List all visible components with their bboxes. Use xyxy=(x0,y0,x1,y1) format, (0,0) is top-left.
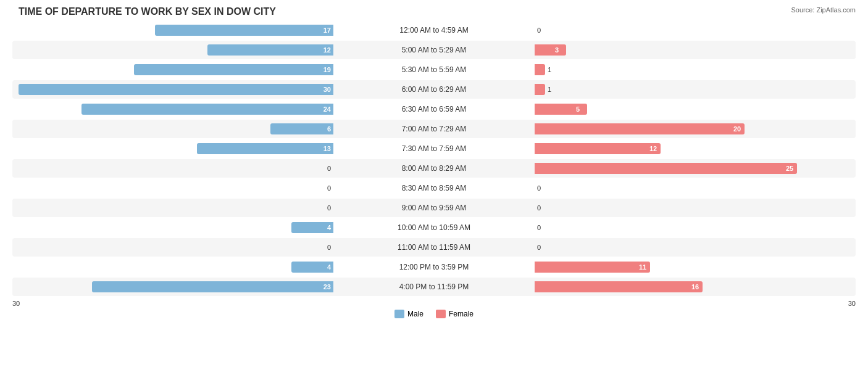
left-section: 12 xyxy=(12,41,333,59)
bar-male xyxy=(134,64,333,75)
right-section: 0 xyxy=(535,238,856,257)
right-section: 0 xyxy=(535,199,856,217)
value-male: 6 xyxy=(327,125,331,133)
right-section: 11 xyxy=(535,258,856,276)
bar-male xyxy=(19,84,333,95)
time-label: 9:00 AM to 9:59 AM xyxy=(333,204,535,212)
value-female: 1 xyxy=(548,66,551,73)
bar-row: 67:00 AM to 7:29 AM20 xyxy=(12,120,856,138)
source-label: Source: ZipAtlas.com xyxy=(791,6,856,14)
left-section: 4 xyxy=(12,218,333,237)
bar-row: 306:00 AM to 6:29 AM1 xyxy=(12,80,856,99)
left-section: 17 xyxy=(12,21,333,39)
value-male: 4 xyxy=(327,263,331,271)
right-section: 5 xyxy=(535,100,856,118)
value-female-zero: 0 xyxy=(537,244,541,251)
left-section: 4 xyxy=(12,258,333,276)
bar-male xyxy=(197,143,333,154)
legend-male-color xyxy=(394,310,404,318)
time-label: 12:00 AM to 4:59 AM xyxy=(333,26,535,35)
value-male: 23 xyxy=(323,283,331,291)
time-label: 4:00 PM to 11:59 PM xyxy=(333,282,535,291)
bar-row: 234:00 PM to 11:59 PM16 xyxy=(12,278,856,296)
bar-row: 125:00 AM to 5:29 AM3 xyxy=(12,41,856,59)
time-label: 6:00 AM to 6:29 AM xyxy=(333,85,535,94)
legend: Male Female xyxy=(12,310,856,318)
bar-male xyxy=(92,281,333,292)
value-male: 12 xyxy=(323,46,331,54)
value-female: 1 xyxy=(548,86,551,93)
bar-row: 246:30 AM to 6:59 AM5 xyxy=(12,100,856,118)
bar-female xyxy=(535,123,745,134)
left-section: 24 xyxy=(12,100,333,118)
legend-male-label: Male xyxy=(407,310,424,318)
bar-row: 410:00 AM to 10:59 AM0 xyxy=(12,218,856,237)
bar-female xyxy=(535,64,545,75)
value-female-zero: 0 xyxy=(537,184,541,192)
bar-male xyxy=(155,25,333,36)
value-male-zero: 0 xyxy=(327,204,331,212)
right-section: 20 xyxy=(535,120,856,138)
right-section: 3 xyxy=(535,41,856,59)
time-label: 6:30 AM to 6:59 AM xyxy=(333,105,535,113)
right-section: 25 xyxy=(535,159,856,178)
time-label: 11:00 AM to 11:59 AM xyxy=(333,243,535,252)
axis-left-label: 30 xyxy=(12,300,336,307)
time-label: 10:00 AM to 10:59 AM xyxy=(333,223,535,232)
value-female-zero: 0 xyxy=(537,27,541,34)
value-female: 3 xyxy=(555,46,559,54)
time-label: 5:30 AM to 5:59 AM xyxy=(333,65,535,74)
value-female: 20 xyxy=(733,125,741,133)
bar-female xyxy=(535,143,661,154)
value-female: 11 xyxy=(639,263,646,271)
bar-row: 195:30 AM to 5:59 AM1 xyxy=(12,60,856,79)
right-section: 0 xyxy=(535,21,856,39)
time-label: 8:00 AM to 8:29 AM xyxy=(333,164,535,173)
time-label: 7:00 AM to 7:29 AM xyxy=(333,125,535,133)
bar-row: 011:00 AM to 11:59 AM0 xyxy=(12,238,856,257)
left-section: 0 xyxy=(12,199,333,217)
chart-area: 1712:00 AM to 4:59 AM0125:00 AM to 5:29 … xyxy=(12,21,856,296)
left-section: 0 xyxy=(12,238,333,257)
left-section: 6 xyxy=(12,120,333,138)
value-male: 4 xyxy=(327,224,331,231)
bar-male xyxy=(270,123,333,134)
bar-row: 08:00 AM to 8:29 AM25 xyxy=(12,159,856,178)
bar-male xyxy=(81,104,333,115)
axis-right-label: 30 xyxy=(532,300,856,307)
value-female: 5 xyxy=(576,105,580,113)
value-male: 17 xyxy=(323,27,331,34)
bar-row: 08:30 AM to 8:59 AM0 xyxy=(12,179,856,197)
bar-female xyxy=(535,44,566,56)
bar-female xyxy=(535,163,797,174)
bar-female xyxy=(535,84,545,95)
chart-container: TIME OF DEPARTURE TO WORK BY SEX IN DOW … xyxy=(0,0,868,367)
value-male-zero: 0 xyxy=(327,165,331,172)
left-section: 19 xyxy=(12,60,333,79)
left-section: 23 xyxy=(12,278,333,296)
time-label: 7:30 AM to 7:59 AM xyxy=(333,144,535,153)
left-section: 30 xyxy=(12,80,333,99)
right-section: 1 xyxy=(535,60,856,79)
value-male: 24 xyxy=(323,105,331,113)
right-section: 12 xyxy=(535,139,856,158)
right-section: 16 xyxy=(535,278,856,296)
value-female: 12 xyxy=(649,145,657,152)
time-label: 5:00 AM to 5:29 AM xyxy=(333,46,535,54)
bar-female xyxy=(535,281,703,292)
left-section: 13 xyxy=(12,139,333,158)
legend-male: Male xyxy=(394,310,424,318)
right-section: 1 xyxy=(535,80,856,99)
bar-male xyxy=(207,44,333,56)
legend-female-color xyxy=(436,310,446,318)
right-section: 0 xyxy=(535,218,856,237)
value-female-zero: 0 xyxy=(537,204,541,212)
bar-row: 09:00 AM to 9:59 AM0 xyxy=(12,199,856,217)
chart-title: TIME OF DEPARTURE TO WORK BY SEX IN DOW … xyxy=(12,6,856,17)
value-male: 30 xyxy=(323,86,331,93)
left-section: 0 xyxy=(12,179,333,197)
axis-row: 30 30 xyxy=(12,297,856,307)
value-male: 13 xyxy=(323,145,331,152)
legend-female-label: Female xyxy=(449,310,474,318)
bar-row: 137:30 AM to 7:59 AM12 xyxy=(12,139,856,158)
